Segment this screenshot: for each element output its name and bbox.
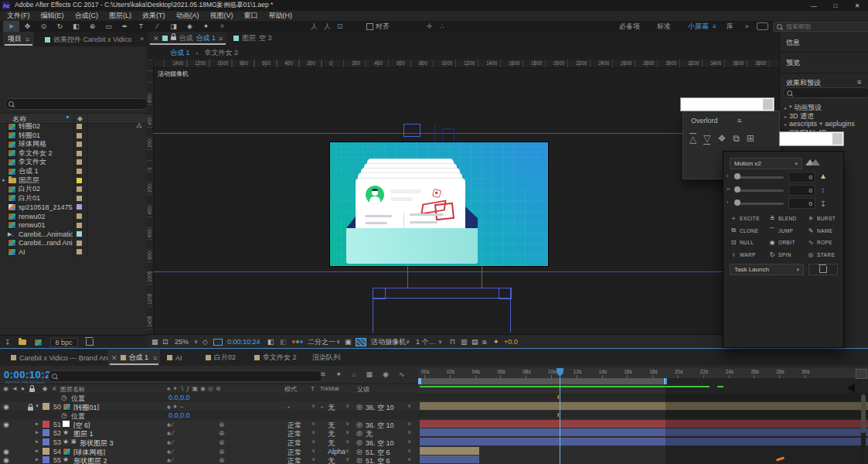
- clone-stamp-tool-icon[interactable]: ◨: [165, 21, 182, 32]
- timeline-tab[interactable]: 渲染队列: [309, 350, 343, 366]
- pickwhip-icon[interactable]: ◎: [356, 421, 363, 428]
- brush-tool-icon[interactable]: ∕: [149, 21, 165, 32]
- motion-button-clone[interactable]: ⧉CLONE: [730, 226, 768, 236]
- chevron-down-icon[interactable]: ∨: [311, 403, 315, 409]
- eye-icon[interactable]: ◉: [3, 456, 9, 464]
- horizontal-ruler[interactable]: 1400120010008006004002000200400600800100…: [153, 60, 779, 68]
- guide-line[interactable]: [153, 271, 779, 272]
- work-area-start-handle[interactable]: [418, 378, 421, 384]
- mountains-icon[interactable]: [805, 159, 820, 167]
- slider-track[interactable]: [737, 176, 784, 179]
- rocket-icon[interactable]: ▲: [819, 172, 827, 180]
- label-swatch[interactable]: [43, 403, 49, 410]
- graph-editor-icon[interactable]: ∿: [399, 370, 405, 378]
- menu-item[interactable]: 图层(L): [104, 11, 137, 21]
- chevron-down-icon[interactable]: ∨: [345, 421, 349, 427]
- chevron-down-icon[interactable]: ∨: [406, 335, 410, 349]
- pickwhip-icon[interactable]: ◎: [356, 429, 363, 437]
- label-swatch[interactable]: [77, 231, 82, 237]
- menu-item[interactable]: 文件(F): [2, 11, 36, 21]
- shape-wireframe-handle[interactable]: [373, 288, 386, 299]
- layer-switches[interactable]: ♠∕: [167, 448, 175, 455]
- t-toggle[interactable]: -: [321, 403, 323, 411]
- composition-stage[interactable]: [330, 142, 548, 266]
- list-item[interactable]: 白片02: [0, 185, 147, 193]
- interpret-footage-icon[interactable]: ↧: [5, 339, 11, 346]
- motion-button-jump[interactable]: ⌒JUMP: [768, 226, 807, 236]
- stopwatch-icon[interactable]: ◷: [61, 394, 67, 401]
- timeline-search-input[interactable]: [60, 372, 319, 380]
- comp-marker-button[interactable]: [856, 369, 867, 379]
- maximize-button[interactable]: □: [825, 0, 846, 11]
- motion-button-orbit[interactable]: ◉ORBIT: [768, 237, 807, 247]
- timeline-search[interactable]: [48, 370, 323, 382]
- minimize-button[interactable]: —: [803, 0, 825, 11]
- motion-blur-icon[interactable]: ◉: [383, 370, 389, 378]
- panel-menu-icon[interactable]: ≡: [26, 36, 29, 43]
- exposure-value[interactable]: +0.0: [504, 335, 518, 349]
- label-swatch[interactable]: [77, 169, 82, 174]
- list-item[interactable]: 转圈02⁂: [0, 122, 147, 131]
- slider-value[interactable]: 0: [788, 198, 815, 209]
- chevron-down-icon[interactable]: ∨: [407, 448, 411, 454]
- transparency-grid-icon[interactable]: [356, 335, 366, 349]
- field-button[interactable]: [763, 99, 773, 110]
- layer-row[interactable]: ◉►55★形状图层 2♠∕⊕正常∨无∨◎51. 空 6∨: [0, 455, 418, 464]
- chevron-down-icon[interactable]: ∨: [311, 456, 315, 462]
- timeline-tab[interactable]: 拿文件女 2: [251, 350, 300, 366]
- work-area-bar[interactable]: [420, 378, 665, 384]
- add-box-icon[interactable]: ⊞: [747, 133, 754, 145]
- motion-button-spin[interactable]: ↻SPIN: [768, 250, 807, 260]
- layer-bar[interactable]: [420, 455, 479, 463]
- sparkle-grid-icon[interactable]: ❖: [717, 133, 726, 145]
- draft-3d-icon[interactable]: ✦: [336, 370, 342, 378]
- label-swatch[interactable]: [77, 186, 82, 192]
- list-item[interactable]: 白片01: [0, 194, 147, 203]
- chevron-down-icon[interactable]: ∨: [345, 448, 349, 454]
- show-snapshot-icon[interactable]: ◧: [280, 335, 287, 349]
- chevron-down-icon[interactable]: ∨: [407, 456, 411, 462]
- pen-tool-icon[interactable]: ✒: [117, 21, 133, 32]
- script-text-field[interactable]: [680, 97, 774, 111]
- label-swatch[interactable]: [77, 124, 82, 129]
- tab-preview[interactable]: 预览: [786, 58, 800, 68]
- layer-switches[interactable]: ♠∕: [167, 456, 175, 464]
- type-tool-icon[interactable]: T: [133, 21, 149, 32]
- close-button[interactable]: ✕: [846, 0, 868, 11]
- pickwhip-icon[interactable]: ◎: [356, 456, 363, 464]
- 3d-switch-icon[interactable]: ⊕: [219, 438, 225, 446]
- list-item[interactable]: 转圈01: [0, 131, 147, 140]
- puppet-pin-tool-icon[interactable]: ✧: [214, 21, 230, 32]
- layer-bar[interactable]: [420, 447, 479, 455]
- effects-search-input[interactable]: [795, 89, 866, 97]
- workspace-必备项[interactable]: 必备项: [611, 22, 648, 32]
- time-ruler[interactable]: 00s02s04s06s08s10s12s14s16s18s20s22s24s2…: [418, 368, 868, 378]
- layer-row[interactable]: ►52★图层 1♠∕⊕正常∨无∨◎无∨: [0, 428, 418, 437]
- list-item[interactable]: 拿文件女 2: [0, 149, 147, 158]
- roi-icon[interactable]: [213, 335, 223, 349]
- label-swatch[interactable]: [77, 204, 82, 210]
- new-composition-icon[interactable]: [34, 339, 43, 346]
- expand-icon[interactable]: ►: [35, 439, 39, 444]
- project-search[interactable]: [5, 98, 148, 110]
- primary-viewer-icon[interactable]: ⊡: [162, 335, 168, 349]
- property-value[interactable]: 0.0,0.0: [168, 394, 190, 401]
- list-item[interactable]: Carebit...rand Animation: [0, 239, 147, 247]
- pixel-aspect-icon[interactable]: ⊓: [450, 335, 455, 349]
- t-column[interactable]: T: [311, 385, 315, 392]
- workspace-小屏幕[interactable]: 小屏幕: [679, 22, 717, 32]
- timeline-button-icon[interactable]: ▤: [471, 335, 478, 349]
- tab-project[interactable]: 项目 ≡: [3, 32, 34, 46]
- script-text-field[interactable]: [779, 131, 844, 146]
- push-to-illustrator-icon[interactable]: △: [689, 133, 696, 145]
- updown-arrows-icon[interactable]: ↕: [821, 186, 825, 194]
- close-tab-icon[interactable]: ✕: [111, 354, 117, 362]
- timeline-tab[interactable]: ✕合成 1≡: [108, 350, 160, 366]
- slider-knob[interactable]: [734, 186, 740, 193]
- zoom-tool-icon[interactable]: ⊙: [36, 21, 52, 32]
- label-swatch[interactable]: [77, 142, 82, 147]
- slider-knob[interactable]: [734, 200, 740, 206]
- mask-expansion-tool-icon[interactable]: ⊡: [337, 21, 343, 32]
- paragraph-tool-icon[interactable]: 人: [324, 21, 331, 32]
- label-swatch[interactable]: [77, 159, 82, 165]
